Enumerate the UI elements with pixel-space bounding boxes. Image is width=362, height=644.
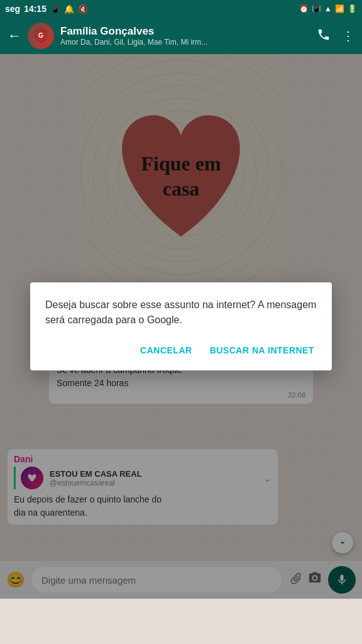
modal-body-text: Deseja buscar sobre esse assunto na inte…	[45, 297, 317, 328]
notification-icon: 🔔	[64, 4, 74, 14]
chat-header: ← G Família Gonçalves Amor Da, Dani, Gil…	[0, 18, 362, 54]
silent-icon: 🔇	[78, 4, 88, 14]
vibrate-icon: 📳	[312, 4, 321, 13]
wifi-icon: ▲	[324, 4, 332, 13]
back-button[interactable]: ←	[8, 28, 21, 44]
modal-overlay: Deseja buscar sobre esse assunto na inte…	[0, 54, 362, 599]
cancel-button[interactable]: CANCELAR	[138, 340, 195, 360]
signal-icon: 📶	[335, 4, 344, 13]
chat-area: Fique em casa conscientizar as pessoas q…	[0, 54, 362, 599]
group-name: Família Gonçalves	[60, 25, 310, 38]
search-dialog: Deseja buscar sobre esse assunto na inte…	[30, 282, 332, 370]
whatsapp-icon: 📱	[50, 4, 60, 14]
group-members: Amor Da, Dani, Gil, Ligia, Mae Tim, Mi i…	[60, 38, 287, 47]
status-bar: seg 14:15 📱 🔔 🔇 ⏰ 📳 ▲ 📶 🔋	[0, 0, 362, 18]
battery-icon: 🔋	[348, 4, 357, 13]
header-info: Família Gonçalves Amor Da, Dani, Gil, Li…	[60, 25, 310, 47]
call-button[interactable]	[317, 28, 331, 45]
alarm-icon: ⏰	[299, 4, 309, 13]
group-avatar: G	[28, 23, 54, 49]
status-time: 14:15	[24, 4, 47, 14]
status-carrier: seg	[5, 4, 20, 14]
status-right: ⏰ 📳 ▲ 📶 🔋	[299, 4, 357, 13]
menu-button[interactable]: ⋮	[342, 28, 354, 43]
svg-text:G: G	[38, 32, 43, 39]
header-actions: ⋮	[317, 28, 354, 45]
search-internet-button[interactable]: BUSCAR NA INTERNET	[207, 340, 317, 360]
status-left: seg 14:15 📱 🔔 🔇	[5, 4, 88, 14]
modal-actions: CANCELAR BUSCAR NA INTERNET	[45, 340, 317, 360]
